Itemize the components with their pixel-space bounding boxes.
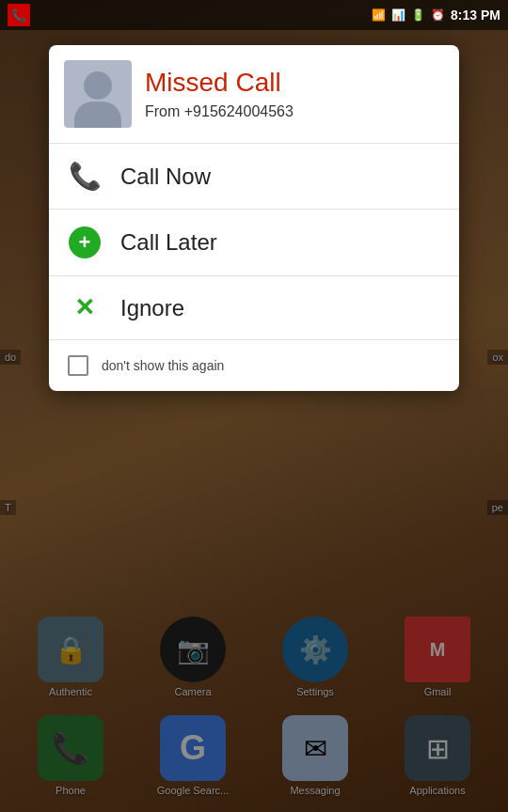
- status-bar-right: 📶 📊 🔋 ⏰ 8:13 PM: [372, 8, 500, 23]
- time-display: 8:13 PM: [451, 8, 500, 23]
- ignore-button[interactable]: ✕ Ignore: [49, 276, 459, 340]
- missed-call-dialog: Missed Call From +915624004563 📞 Call No…: [49, 45, 459, 391]
- call-now-icon: 📞: [68, 161, 102, 192]
- battery-icon: 🔋: [411, 8, 425, 22]
- signal-icon: 📊: [391, 8, 405, 22]
- contact-avatar: [64, 60, 132, 128]
- missed-call-icon: 📞: [8, 4, 30, 26]
- ignore-icon: ✕: [74, 293, 95, 322]
- call-later-label: Call Later: [120, 229, 217, 256]
- call-now-label: Call Now: [120, 164, 211, 190]
- status-bar-left: 📞: [8, 4, 30, 26]
- avatar-head: [84, 71, 112, 100]
- wifi-icon: 📶: [372, 8, 386, 22]
- call-later-button[interactable]: + Call Later: [49, 210, 459, 276]
- dont-show-checkbox[interactable]: [68, 355, 88, 376]
- dont-show-row[interactable]: don't show this again: [49, 340, 459, 391]
- phone-icon: 📞: [69, 161, 102, 192]
- dialog-subtitle: From +915624004563: [145, 103, 294, 120]
- dont-show-label: don't show this again: [102, 358, 224, 373]
- dialog-header: Missed Call From +915624004563: [49, 45, 459, 144]
- dialog-title-group: Missed Call From +915624004563: [145, 68, 294, 120]
- avatar-person: [64, 60, 132, 128]
- call-later-icon: +: [69, 226, 101, 258]
- ignore-icon-wrapper: ✕: [68, 293, 102, 322]
- alarm-icon: ⏰: [431, 8, 445, 22]
- call-later-icon-wrapper: +: [68, 226, 102, 258]
- ignore-label: Ignore: [120, 295, 184, 321]
- avatar-body: [74, 102, 121, 128]
- status-bar: 📞 📶 📊 🔋 ⏰ 8:13 PM: [0, 0, 508, 30]
- dialog-title: Missed Call: [145, 68, 294, 98]
- call-now-button[interactable]: 📞 Call Now: [49, 144, 459, 210]
